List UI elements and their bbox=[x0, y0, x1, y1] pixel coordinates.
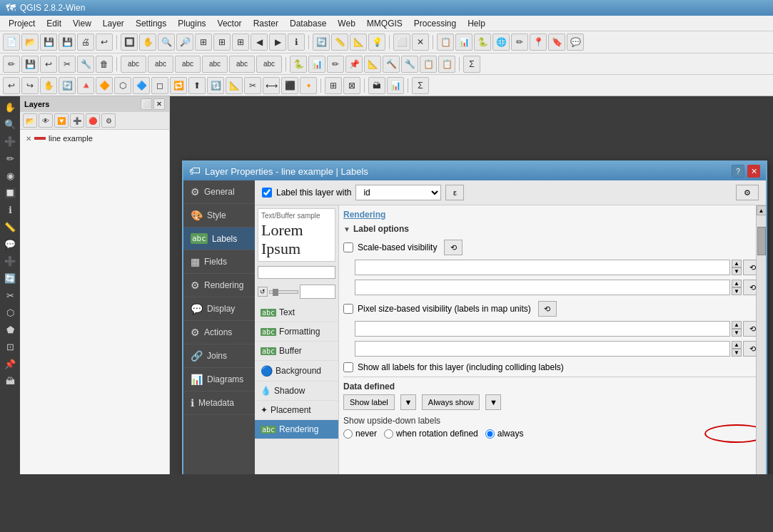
scale-reset-btn[interactable]: ⟲ bbox=[444, 240, 463, 255]
tb3-5[interactable]: 🔶 bbox=[96, 77, 113, 94]
scrollbar-up-btn[interactable]: ▲ bbox=[757, 205, 767, 215]
radio-never[interactable] bbox=[343, 429, 353, 439]
tb3-12[interactable]: 📐 bbox=[226, 77, 243, 94]
layers-manage-btn[interactable]: ⚙ bbox=[101, 113, 116, 128]
layers-open-btn[interactable]: 📂 bbox=[23, 113, 37, 128]
tb-python[interactable]: 🐍 bbox=[474, 34, 491, 51]
nav-joins[interactable]: 🔗 Joins bbox=[183, 344, 255, 368]
tb2-9[interactable]: abc bbox=[175, 56, 201, 73]
min-px-down[interactable]: ▼ bbox=[732, 329, 742, 337]
tb3-8[interactable]: ◻ bbox=[151, 77, 168, 94]
tb3-21[interactable]: Σ bbox=[412, 77, 429, 94]
tb-digitize[interactable]: ✏ bbox=[511, 34, 528, 51]
menu-plugins[interactable]: Plugins bbox=[172, 17, 211, 30]
max-px-up[interactable]: ▲ bbox=[732, 341, 742, 349]
tb2-17[interactable]: 📐 bbox=[364, 56, 381, 73]
tool-zoom-in[interactable]: 🔍 bbox=[2, 116, 18, 132]
tool-add-line[interactable]: ➕ bbox=[2, 133, 18, 149]
layers-close[interactable]: ✕ bbox=[153, 98, 165, 110]
tb3-7[interactable]: 🔷 bbox=[133, 77, 150, 94]
tool-annotation[interactable]: 💬 bbox=[2, 236, 18, 252]
tb3-17[interactable]: ⊞ bbox=[325, 77, 342, 94]
tool-offset[interactable]: ⬟ bbox=[2, 322, 18, 337]
menu-project[interactable]: Project bbox=[3, 17, 41, 30]
max-px-input[interactable]: Maximum 10000 px bbox=[355, 341, 730, 357]
menu-mmqgis[interactable]: MMQGIS bbox=[361, 17, 408, 30]
tb2-6[interactable]: 🗑 bbox=[96, 56, 113, 73]
tb-pan[interactable]: ✋ bbox=[139, 34, 156, 51]
tb-zoom-prev[interactable]: ◀ bbox=[251, 34, 268, 51]
tb3-3[interactable]: 🔄 bbox=[59, 77, 76, 94]
tb3-undo[interactable]: ↩ bbox=[3, 77, 20, 94]
menu-raster[interactable]: Raster bbox=[248, 17, 284, 30]
tb2-8[interactable]: abc bbox=[148, 56, 173, 73]
min-px-input[interactable]: Minimum 3 px bbox=[355, 321, 730, 337]
menu-processing[interactable]: Processing bbox=[408, 17, 462, 30]
tb-deselect[interactable]: ✕ bbox=[412, 34, 429, 51]
layer-line-example[interactable]: ✕ line example bbox=[23, 133, 166, 144]
tb3-16[interactable]: 🔸 bbox=[300, 77, 317, 94]
menu-vector[interactable]: Vector bbox=[212, 17, 248, 30]
tb2-2[interactable]: 💾 bbox=[21, 56, 39, 73]
menu-edit[interactable]: Edit bbox=[41, 17, 67, 30]
tb2-12[interactable]: abc bbox=[256, 56, 282, 73]
layers-filter-btn[interactable]: 🔽 bbox=[54, 113, 69, 128]
max-scale-up[interactable]: ▲ bbox=[732, 280, 742, 287]
nav-labels[interactable]: abc Labels bbox=[183, 227, 255, 250]
tb-open[interactable]: 📂 bbox=[21, 34, 39, 51]
tb2-19[interactable]: 🔧 bbox=[401, 56, 418, 73]
expression-button[interactable]: ε bbox=[445, 185, 464, 200]
slider-track[interactable] bbox=[269, 290, 298, 294]
label-layer-checkbox[interactable] bbox=[262, 188, 272, 198]
pixel-size-visibility-cb[interactable] bbox=[343, 304, 353, 314]
menu-layer[interactable]: Layer bbox=[97, 17, 130, 30]
tb-undo[interactable]: ↩ bbox=[96, 34, 113, 51]
tb-zoom-in[interactable]: 🔍 bbox=[158, 34, 175, 51]
tb3-15[interactable]: ⬛ bbox=[281, 77, 298, 94]
tb-browser[interactable]: 🌐 bbox=[492, 34, 510, 51]
menu-web[interactable]: Web bbox=[332, 17, 360, 30]
tb3-6[interactable]: ⬡ bbox=[114, 77, 131, 94]
tool-vertex[interactable]: ◉ bbox=[2, 168, 18, 183]
tb2-7[interactable]: abc bbox=[121, 56, 146, 73]
tool-split[interactable]: ✂ bbox=[2, 287, 18, 303]
lorem-input[interactable]: Lorem Ipsum bbox=[258, 266, 335, 279]
tool-identify[interactable]: ℹ bbox=[2, 202, 18, 218]
tool-select[interactable]: 🔲 bbox=[2, 185, 18, 200]
layers-add-btn[interactable]: ➕ bbox=[70, 113, 84, 128]
max-scale-input[interactable]: Maximum 10000000 bbox=[355, 280, 730, 295]
tb2-4[interactable]: ✂ bbox=[59, 56, 76, 73]
advanced-options-button[interactable]: ⚙ bbox=[736, 185, 759, 200]
tb3-20[interactable]: 📊 bbox=[387, 77, 404, 94]
min-scale-input[interactable]: Minimum 1 bbox=[355, 260, 730, 275]
field-select[interactable]: id bbox=[355, 185, 441, 200]
nav-metadata[interactable]: ℹ Metadata bbox=[183, 392, 255, 415]
scrollbar-thumb[interactable] bbox=[757, 227, 766, 255]
opt-shadow[interactable]: 💧 Shadow bbox=[255, 382, 338, 401]
tb3-4[interactable]: 🔺 bbox=[77, 77, 94, 94]
tb-zoom-full[interactable]: ⊞ bbox=[195, 34, 212, 51]
nav-display[interactable]: 💬 Display bbox=[183, 297, 255, 321]
tool-node[interactable]: ⊡ bbox=[2, 339, 18, 354]
tb3-10[interactable]: ⬆ bbox=[188, 77, 206, 94]
opt-background[interactable]: 🔵 Background bbox=[255, 361, 338, 382]
tb-stat[interactable]: 📊 bbox=[455, 34, 473, 51]
tb-attr-table[interactable]: 📋 bbox=[437, 34, 454, 51]
tb2-21[interactable]: 📋 bbox=[438, 56, 455, 73]
menu-help[interactable]: Help bbox=[462, 17, 491, 30]
nav-general[interactable]: ⚙ General bbox=[183, 180, 255, 204]
tb-select[interactable]: 🔲 bbox=[121, 34, 138, 51]
tb-zoom-sel[interactable]: ⊞ bbox=[232, 34, 249, 51]
tool-rotate[interactable]: 🔄 bbox=[2, 270, 18, 286]
nav-style[interactable]: 🎨 Style bbox=[183, 204, 255, 227]
nav-actions[interactable]: ⚙ Actions bbox=[183, 321, 255, 344]
tb2-18[interactable]: 🔨 bbox=[383, 56, 400, 73]
opt-placement[interactable]: ✦ Placement bbox=[255, 401, 338, 420]
always-show-button[interactable]: Always show bbox=[422, 394, 480, 410]
tb2-1[interactable]: ✏ bbox=[3, 56, 20, 73]
tool-reshape[interactable]: ⬡ bbox=[2, 305, 18, 320]
tb-measure-area[interactable]: 📐 bbox=[350, 34, 367, 51]
tb3-pan2[interactable]: ✋ bbox=[40, 77, 57, 94]
tb2-22[interactable]: Σ bbox=[463, 56, 480, 73]
opt-text[interactable]: abc Text bbox=[255, 303, 338, 322]
